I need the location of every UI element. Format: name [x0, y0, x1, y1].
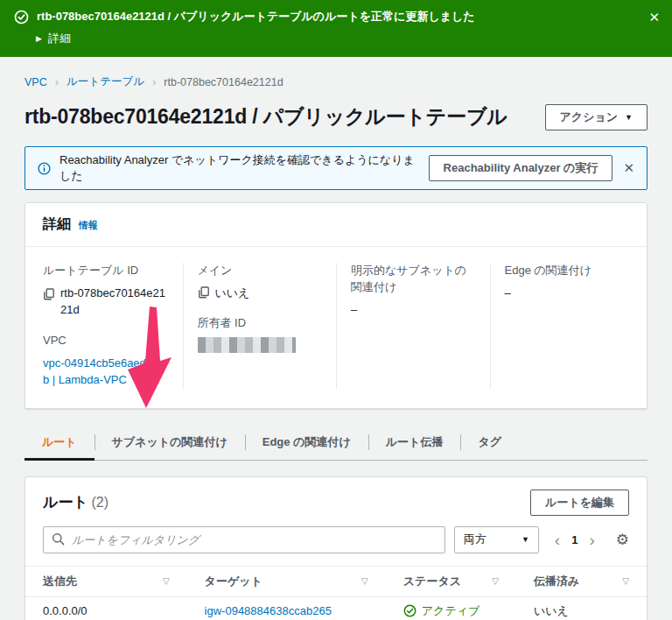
page-title: rtb-078bec70164e2121d / パブリックルートテーブル [24, 103, 508, 130]
success-check-icon [14, 10, 29, 25]
sort-icon[interactable]: ▽ [163, 576, 170, 586]
run-reachability-analyzer-label: Reachability Analyzer の実行 [444, 160, 598, 176]
breadcrumb-current: rtb-078bec70164e2121d [164, 76, 283, 88]
details-column-1: ルートテーブル ID rtb-078bec70164e2121d VPC [29, 263, 183, 389]
chevron-down-icon: ▼ [522, 535, 529, 544]
tab-2[interactable]: Edge の関連付け [245, 426, 368, 460]
edit-routes-label: ルートを編集 [545, 495, 614, 511]
column-header-3[interactable]: 伝播済み▽ [516, 566, 647, 596]
table-settings-button[interactable]: ⚙ [611, 532, 629, 547]
propagated-cell: いいえ [516, 596, 647, 620]
destination-cell: 0.0.0.0/0 [25, 596, 187, 620]
routes-count: (2) [91, 495, 108, 510]
chevron-down-icon: ▼ [625, 113, 633, 122]
tab-0[interactable]: ルート [24, 426, 94, 460]
tab-3[interactable]: ルート伝播 [368, 426, 461, 460]
expander-triangle-icon: ▶ [36, 35, 42, 43]
previous-page-button[interactable]: ‹ [550, 532, 565, 548]
edge-assoc-label: Edge の関連付け [505, 263, 630, 279]
routes-card-title: ルート [43, 494, 88, 511]
vpc-link[interactable]: vpc-04914cb5e6aed3deb | Lambda-VPC [43, 355, 169, 389]
details-info-link[interactable]: 情報 [79, 219, 98, 232]
owner-id-redacted-value [198, 337, 296, 353]
breadcrumb-separator-icon: › [152, 75, 156, 88]
chevron-right-icon: › [589, 531, 594, 549]
pagination: ‹ 1 › [548, 532, 602, 548]
search-icon [52, 532, 65, 546]
close-icon: ✕ [648, 10, 660, 25]
target-cell: igw-0948884638ccab265 [187, 596, 386, 620]
vpc-label: VPC [43, 333, 169, 349]
details-card-title: 詳細 [43, 215, 71, 234]
next-page-button[interactable]: › [584, 532, 599, 548]
vpc-route-table-page: rtb-078bec70164e2121d / パブリックルートテーブルのルート… [0, 0, 672, 620]
copy-icon[interactable] [43, 288, 55, 300]
routes-filter-input[interactable] [43, 526, 445, 553]
details-column-2: メイン いいえ 所有者 ID [183, 263, 337, 389]
details-column-3: 明示的なサブネットの関連付け – [336, 263, 490, 389]
run-reachability-analyzer-button[interactable]: Reachability Analyzer の実行 [429, 155, 613, 181]
column-header-label: ターゲット [205, 574, 262, 589]
sort-icon[interactable]: ▽ [361, 576, 368, 586]
explicit-subnet-assoc-value: – [351, 301, 476, 319]
info-icon [38, 162, 51, 175]
flash-close-button[interactable]: ✕ [648, 11, 660, 24]
edge-assoc-value: – [505, 285, 630, 302]
status-active-icon [403, 604, 416, 617]
current-page-number: 1 [569, 533, 580, 546]
breadcrumb-separator-icon: › [55, 75, 59, 88]
column-header-label: ステータス [403, 574, 461, 589]
reachability-info-banner: Reachability Analyzer でネットワーク接続を確認できるように… [24, 146, 648, 190]
route-table-id-label: ルートテーブル ID [43, 263, 169, 279]
owner-id-label: 所有者 ID [198, 315, 323, 332]
route-row-0: 0.0.0.0/0igw-0948884638ccab265アクティブいいえ [25, 596, 647, 620]
details-card: 詳細 情報 ルートテーブル ID rtb-078b [24, 202, 648, 409]
filter-mode-value: 両方 [464, 532, 486, 547]
tab-bar: ルートサブネットの関連付けEdge の関連付けルート伝播タグ [24, 426, 648, 461]
routes-table: 送信先▽ターゲット▽ステータス▽伝播済み▽ 0.0.0.0/0igw-09488… [25, 566, 647, 620]
column-header-label: 送信先 [43, 574, 77, 589]
breadcrumb: VPC › ルートテーブル › rtb-078bec70164e2121d [24, 74, 648, 89]
edit-routes-button[interactable]: ルートを編集 [530, 490, 629, 516]
flash-details-expander[interactable]: ▶ 詳細 [36, 31, 658, 46]
copy-icon[interactable] [198, 286, 210, 299]
status-label: アクティブ [422, 603, 480, 619]
info-banner-close-button[interactable]: ✕ [621, 160, 636, 176]
column-header-label: 伝播済み [534, 574, 579, 589]
routes-card: ルート (2) ルートを編集 [24, 476, 648, 620]
target-link[interactable]: igw-0948884638ccab265 [205, 604, 332, 617]
breadcrumb-route-tables-link[interactable]: ルートテーブル [66, 74, 144, 89]
gear-icon: ⚙ [616, 532, 629, 548]
sort-icon[interactable]: ▽ [622, 576, 629, 586]
tab-1[interactable]: サブネットの関連付け [94, 426, 245, 460]
main-label: メイン [198, 263, 323, 279]
explicit-subnet-assoc-label: 明示的なサブネットの関連付け [351, 263, 476, 296]
actions-button[interactable]: アクション ▼ [545, 104, 648, 130]
status-cell: アクティブ [386, 596, 516, 620]
breadcrumb-vpc-link[interactable]: VPC [24, 76, 47, 88]
flash-message: rtb-078bec70164e2121d / パブリックルートテーブルのルート… [37, 9, 475, 25]
route-table-id-value: rtb-078bec70164e2121d [60, 286, 165, 317]
column-header-2[interactable]: ステータス▽ [386, 566, 516, 596]
chevron-left-icon: ‹ [555, 531, 560, 549]
filter-mode-select[interactable]: 両方 ▼ [454, 526, 539, 553]
column-header-0[interactable]: 送信先▽ [25, 566, 187, 596]
details-column-4: Edge の関連付け – [490, 263, 644, 389]
tab-4[interactable]: タグ [460, 426, 519, 460]
sort-icon[interactable]: ▽ [492, 576, 499, 586]
flash-details-label: 詳細 [48, 31, 71, 46]
success-flash-banner: rtb-078bec70164e2121d / パブリックルートテーブルのルート… [0, 0, 672, 57]
routes-filter [43, 526, 445, 553]
close-icon: ✕ [623, 160, 634, 175]
info-banner-text: Reachability Analyzer でネットワーク接続を確認できるように… [60, 152, 420, 184]
actions-button-label: アクション [560, 109, 619, 125]
column-header-1[interactable]: ターゲット▽ [187, 566, 386, 596]
main-value: いいえ [215, 285, 250, 302]
